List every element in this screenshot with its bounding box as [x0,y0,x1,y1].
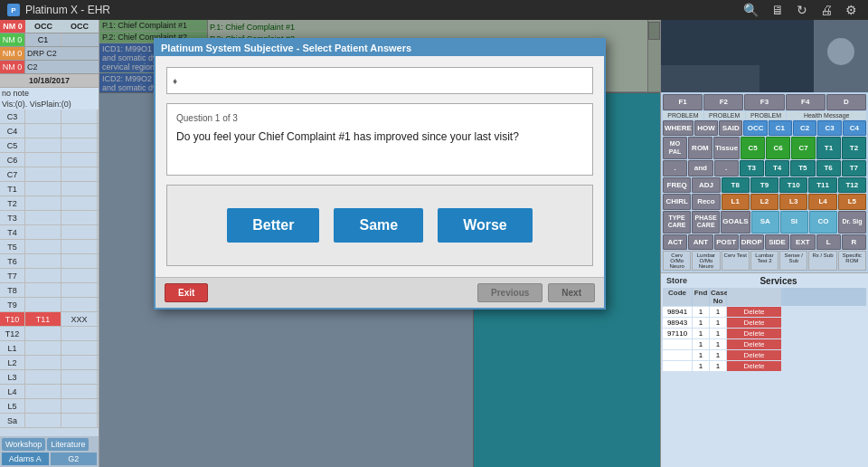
side-button[interactable]: SIDE [765,234,789,251]
l5-button[interactable]: L5 [838,194,866,210]
t5-button[interactable]: T5 [790,160,815,176]
vis-info: Vis:(0). VisPlain:(0) [0,99,99,110]
t3-button[interactable]: T3 [740,160,764,176]
l3-button[interactable]: L3 [779,194,807,210]
f3-button[interactable]: F3 [744,94,784,110]
next-button[interactable]: Next [548,283,595,302]
settings-icon[interactable]: ⚙ [842,1,861,19]
post-button[interactable]: POST [714,234,739,251]
c6-button[interactable]: C6 [766,137,790,159]
caseno-2: 1 [710,318,726,328]
answer-same-button[interactable]: Same [334,208,423,243]
code-5 [663,350,692,360]
and-button[interactable]: and [688,160,712,176]
reco-button[interactable]: Reco [692,194,720,210]
t8-button[interactable]: T8 [722,177,750,194]
caseno-4: 1 [710,339,726,349]
delete-btn-4[interactable]: Delete [727,339,781,349]
l-button[interactable]: L [816,234,841,251]
f2-button[interactable]: F2 [703,94,743,110]
how-button[interactable]: HOW [694,120,718,137]
answer-better-button[interactable]: Better [227,208,319,243]
delete-btn-6[interactable]: Delete [727,361,781,371]
ext-button[interactable]: EXT [790,234,815,251]
date-label: 10/18/2017 [0,74,99,88]
fkey-row-3: MO PAL ROM Tissue C5 C6 C7 T1 T2 [663,137,866,159]
list-item: L1 [0,341,99,356]
drop-button[interactable]: DROP [740,234,764,251]
refresh-icon[interactable]: ↻ [793,1,811,19]
dot2-button[interactable]: . [714,160,739,176]
label-problem-1: PROBLEM [663,111,703,119]
t9-button[interactable]: T9 [750,177,778,194]
t10-button[interactable]: T10 [779,177,807,194]
co-button[interactable]: CO [809,211,837,234]
c2-button[interactable]: C2 [793,120,816,137]
print-icon[interactable]: 🖨 [816,1,836,19]
fnd-3: 1 [693,329,709,338]
si-button[interactable]: SI [780,211,808,234]
t7-button[interactable]: T7 [842,160,866,176]
t6-button[interactable]: T6 [816,160,841,176]
c3-button[interactable]: C3 [817,120,841,137]
search-icon[interactable]: 🔍 [740,1,762,19]
delete-btn-1[interactable]: Delete [727,307,781,317]
answer-worse-button[interactable]: Worse [438,208,533,243]
type-care-button[interactable]: TYPE CARE [663,211,691,234]
t11-button[interactable]: T11 [808,177,836,194]
sa-button[interactable]: SA [751,211,779,234]
fkey-row-6: CHIRL Reco L1 L2 L3 L4 L5 [663,194,866,210]
c4-button[interactable]: C4 [843,120,866,137]
previous-button[interactable]: Previous [477,283,542,302]
c5-button[interactable]: C5 [741,137,765,159]
f4-button[interactable]: F4 [786,94,826,110]
c7-button[interactable]: C7 [791,137,816,159]
tissue-button[interactable]: Tissue [713,137,740,159]
dr-sig-button[interactable]: Dr. Sig [838,211,866,234]
act-button[interactable]: ACT [663,234,687,251]
caseno-6: 1 [710,361,726,371]
r-button[interactable]: R [842,234,866,251]
t4-button[interactable]: T4 [765,160,789,176]
status-c2: C2 [25,61,98,73]
input-placeholder: ♦ [173,76,177,86]
t1-button[interactable]: T1 [816,137,841,159]
t2-button[interactable]: T2 [842,137,866,159]
question-area: Question 1 of 3 Do you feel your Chief C… [166,103,593,176]
col-action [727,288,781,306]
fkey-row-7: TYPE CARE PHASE CARE GOALS SA SI CO Dr. … [663,211,866,234]
l4-button[interactable]: L4 [808,194,836,210]
delete-btn-5[interactable]: Delete [727,350,781,360]
dot1-button[interactable]: . [663,160,687,176]
monitor-icon[interactable]: 🖥 [768,1,788,19]
delete-btn-2[interactable]: Delete [727,318,781,328]
freq-button[interactable]: FREQ [663,177,691,194]
chirl-button[interactable]: CHIRL [663,194,691,210]
where-button[interactable]: WHERE [663,120,693,137]
l1-button[interactable]: L1 [722,194,750,210]
literature-button[interactable]: Literature [47,438,89,451]
delete-btn-3[interactable]: Delete [727,329,781,338]
rom-button[interactable]: ROM [688,137,712,159]
workshop-button[interactable]: Workshop [2,438,45,451]
said-button[interactable]: SAID [719,120,742,137]
adj-button[interactable]: ADJ [692,177,720,194]
c1-button[interactable]: C1 [769,120,792,137]
occ-button[interactable]: OCC [743,120,767,137]
l2-button[interactable]: L2 [750,194,778,210]
ant-button[interactable]: ANT [688,234,712,251]
code-4 [663,339,692,349]
exit-button[interactable]: Exit [165,283,208,302]
drp-label: DRP C2 [25,47,98,60]
fkey-row-5: FREQ ADJ T8 T9 T10 T11 T12 [663,177,866,194]
phase-care-button[interactable]: PHASE CARE [692,211,720,234]
mo-pal-button[interactable]: MO PAL [663,137,687,159]
d-button[interactable]: D [826,94,866,110]
service-row-3: 97110 1 1 Delete [663,329,866,338]
goals-button[interactable]: GOALS [721,211,750,234]
f1-button[interactable]: F1 [663,94,703,110]
status-orange: NM 0 [0,47,25,60]
t12-button[interactable]: T12 [838,177,866,194]
label-problem-3: PROBLEM [746,111,787,119]
modal-top-input[interactable]: ♦ [166,67,593,94]
